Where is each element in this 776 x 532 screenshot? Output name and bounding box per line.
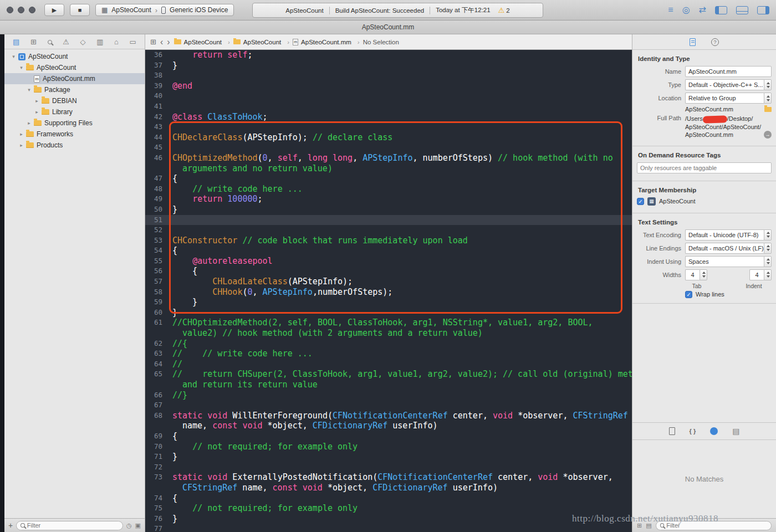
sidebar-item-apsteocount[interactable]: ▾ApSteoCount bbox=[4, 62, 145, 73]
sidebar-item-debian[interactable]: ▸DEBIAN bbox=[4, 95, 145, 106]
target-checkbox[interactable] bbox=[637, 198, 644, 205]
sidebar-item-package[interactable]: ▾Package bbox=[4, 84, 145, 95]
close-button[interactable] bbox=[7, 7, 13, 13]
code-line[interactable]: 50} bbox=[145, 204, 632, 215]
code-line[interactable]: 62//{ bbox=[145, 339, 632, 349]
disclosure-triangle-icon[interactable]: ▾ bbox=[25, 87, 33, 93]
assistant-editor-button[interactable] bbox=[682, 6, 690, 14]
tab-apsteocount-mm[interactable]: ApSteoCount.mm bbox=[362, 23, 415, 31]
disclosure-triangle-icon[interactable]: ▸ bbox=[18, 131, 25, 137]
code-line[interactable]: 69{ bbox=[145, 431, 632, 442]
type-value[interactable]: Default - Objective-C++ S... bbox=[685, 79, 764, 90]
object-library-icon[interactable] bbox=[710, 427, 718, 435]
warning-badge[interactable]: 2 bbox=[498, 6, 510, 14]
sidebar-item-library[interactable]: ▸Library bbox=[4, 106, 145, 117]
indent-using-popup[interactable]: Spaces bbox=[685, 256, 772, 267]
zoom-button[interactable] bbox=[29, 7, 35, 13]
sidebar-item-apsteocount[interactable]: ▾ApSteoCount bbox=[4, 51, 145, 62]
code-line[interactable]: 48 // write code here ... bbox=[145, 184, 632, 195]
symbol-navigator-icon[interactable]: ⊞ bbox=[30, 38, 37, 45]
code-line[interactable]: 64// bbox=[145, 359, 632, 370]
version-editor-button[interactable] bbox=[699, 6, 706, 14]
toggle-navigator-button[interactable] bbox=[715, 6, 727, 14]
code-line[interactable]: 52 bbox=[145, 225, 632, 236]
code-line[interactable]: 75 // not required; for example only bbox=[145, 503, 632, 514]
code-editor[interactable]: 36 return self;37}3839@end404142@class C… bbox=[145, 50, 632, 532]
run-button[interactable] bbox=[44, 4, 64, 16]
stepper-icon[interactable] bbox=[764, 229, 772, 241]
related-items-icon[interactable] bbox=[150, 38, 156, 46]
stepper-icon[interactable] bbox=[764, 79, 772, 90]
code-line[interactable]: 74{ bbox=[145, 493, 632, 504]
code-line[interactable]: 37} bbox=[145, 60, 632, 71]
code-line[interactable]: 38 bbox=[145, 70, 632, 81]
scheme-selector[interactable]: ApSteoCount Generic iOS Device bbox=[95, 4, 234, 16]
code-line[interactable]: 42@class ClassToHook; bbox=[145, 112, 632, 122]
standard-editor-button[interactable] bbox=[668, 6, 673, 14]
type-popup[interactable]: Default - Objective-C++ S... bbox=[685, 79, 772, 90]
sidebar-item-frameworks[interactable]: ▸Frameworks bbox=[4, 129, 145, 140]
code-line[interactable]: 53CHConstructor // code block that runs … bbox=[145, 236, 632, 246]
code-line[interactable]: 55 @autoreleasepool bbox=[145, 256, 632, 267]
code-line[interactable]: and return its return value bbox=[145, 380, 632, 390]
code-line[interactable]: 71} bbox=[145, 452, 632, 462]
code-line[interactable]: 67 bbox=[145, 400, 632, 411]
stepper-icon[interactable] bbox=[764, 269, 772, 280]
breadcrumb-project[interactable]: ApSteoCount bbox=[174, 39, 230, 45]
code-line[interactable]: 57 CHLoadLateClass(APStepInfo); bbox=[145, 277, 632, 287]
code-line[interactable]: name, const void *object, CFDictionaryRe… bbox=[145, 421, 632, 431]
indent-width-stepper[interactable]: 4 bbox=[749, 269, 764, 280]
name-field[interactable]: ApSteoCount.mm bbox=[685, 66, 772, 77]
file-inspector-icon[interactable] bbox=[690, 38, 696, 46]
wrap-lines-checkbox[interactable] bbox=[685, 291, 692, 298]
recent-files-icon[interactable] bbox=[126, 523, 132, 529]
resource-tags-input[interactable] bbox=[637, 162, 772, 173]
find-navigator-icon[interactable] bbox=[48, 38, 52, 45]
stepper-icon[interactable] bbox=[700, 269, 707, 280]
code-line[interactable]: 61//CHOptimizedMethod(2, self, BOOL, Cla… bbox=[145, 318, 632, 328]
breakpoint-navigator-icon[interactable]: ⌂ bbox=[114, 38, 119, 45]
code-line[interactable]: 66//} bbox=[145, 390, 632, 401]
indent-using-value[interactable]: Spaces bbox=[685, 256, 764, 267]
report-navigator-icon[interactable]: ▭ bbox=[130, 38, 136, 45]
code-line[interactable]: 59 } bbox=[145, 297, 632, 308]
file-template-library-icon[interactable] bbox=[669, 427, 675, 435]
debug-navigator-icon[interactable]: ▥ bbox=[96, 38, 103, 45]
quick-help-icon[interactable] bbox=[711, 38, 719, 46]
code-line[interactable]: 54{ bbox=[145, 245, 632, 256]
list-view-icon[interactable] bbox=[646, 523, 651, 529]
toggle-inspector-button[interactable] bbox=[757, 6, 769, 14]
code-line[interactable]: 63// // write code here ... bbox=[145, 349, 632, 359]
code-line[interactable]: 68static void WillEnterForeground(CFNoti… bbox=[145, 411, 632, 421]
test-navigator-icon[interactable]: ◇ bbox=[80, 38, 85, 45]
issue-navigator-icon[interactable]: ⚠ bbox=[63, 38, 69, 45]
library-filter-input[interactable] bbox=[666, 522, 767, 529]
code-line[interactable]: 73static void ExternallyPostedNotificati… bbox=[145, 472, 632, 483]
code-line[interactable]: 58 CHHook(0, APStepInfo,numberOfSteps); bbox=[145, 287, 632, 298]
breadcrumb-label[interactable]: No Selection bbox=[363, 39, 399, 45]
full-path-arrow-icon[interactable] bbox=[764, 131, 772, 139]
location-popup[interactable]: Relative to Group bbox=[685, 93, 772, 104]
code-line[interactable]: 51 bbox=[145, 215, 632, 226]
breadcrumb-label[interactable]: ApSteoCount.mm bbox=[301, 39, 351, 45]
choose-folder-icon[interactable] bbox=[764, 107, 772, 112]
back-button[interactable] bbox=[160, 37, 163, 47]
code-line[interactable]: CFStringRef name, const void *object, CF… bbox=[145, 483, 632, 493]
code-snippet-library-icon[interactable] bbox=[690, 428, 696, 434]
code-line[interactable]: 77 bbox=[145, 524, 632, 532]
forward-button[interactable] bbox=[167, 37, 170, 47]
media-library-icon[interactable] bbox=[732, 427, 739, 435]
library-filter-field[interactable] bbox=[656, 521, 772, 530]
stepper-icon[interactable] bbox=[764, 256, 772, 267]
code-line[interactable]: 43 bbox=[145, 122, 632, 132]
disclosure-triangle-icon[interactable]: ▾ bbox=[18, 65, 25, 70]
stepper-icon[interactable] bbox=[764, 243, 772, 254]
code-line[interactable]: 65// return CHSuper(2, ClassToHook, arg1… bbox=[145, 369, 632, 380]
breadcrumb-file[interactable]: m ApSteoCount.mm bbox=[293, 39, 360, 45]
code-line[interactable]: 60} bbox=[145, 308, 632, 318]
scheme-device[interactable]: Generic iOS Device bbox=[170, 6, 228, 14]
disclosure-triangle-icon[interactable]: ▸ bbox=[25, 120, 33, 126]
sidebar-item-apsteocount-mm[interactable]: mApSteoCount.mm bbox=[4, 73, 145, 84]
disclosure-triangle-icon[interactable]: ▸ bbox=[33, 109, 40, 115]
breadcrumb-group[interactable]: ApSteoCount bbox=[233, 39, 289, 45]
